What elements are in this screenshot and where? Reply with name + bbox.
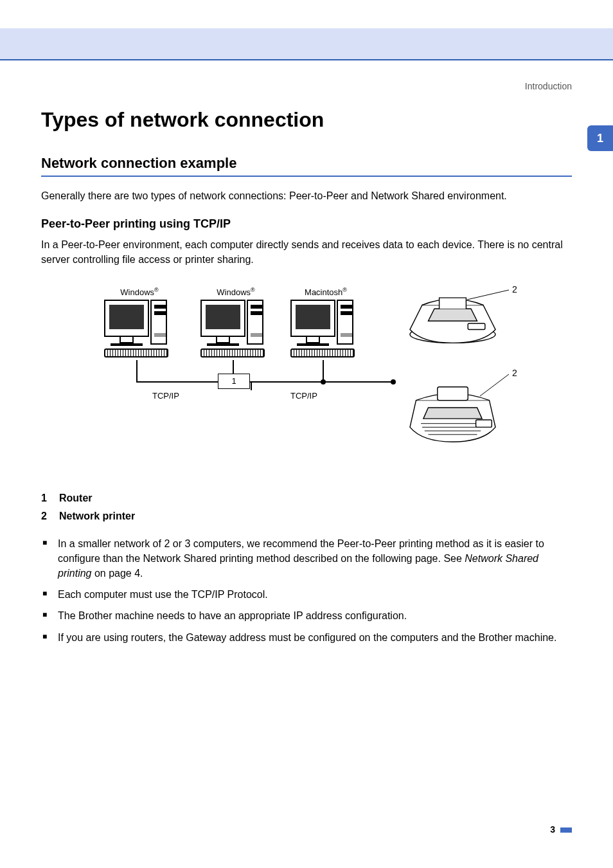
legend-num-2: 2	[41, 511, 50, 522]
bullet-1: In a smaller network of 2 or 3 computers…	[42, 536, 572, 581]
computer-3: Macintosh®	[290, 300, 361, 357]
svg-rect-2	[438, 386, 468, 400]
svg-rect-1	[468, 323, 485, 330]
section-label: Introduction	[525, 81, 572, 91]
printer-2	[403, 383, 502, 444]
printer-1-callout: 2	[512, 284, 517, 294]
reg-mark: ®	[154, 287, 159, 293]
computer-3-label: Macintosh	[305, 287, 342, 297]
printer-2-callout: 2	[512, 368, 517, 378]
legend-label-2: Network printer	[59, 511, 135, 522]
network-diagram: Windows® Windows® Macintosh®	[98, 280, 515, 473]
p2p-paragraph: In a Peer-to-Peer environment, each comp…	[41, 237, 572, 267]
bullet-3: The Brother machine needs to have an app…	[42, 608, 572, 623]
content-area: Types of network connection Network conn…	[41, 108, 572, 651]
bullet-4: If you are using routers, the Gateway ad…	[42, 630, 572, 645]
reg-mark: ®	[251, 287, 255, 293]
bullet-1-text-b: on page 4.	[91, 568, 143, 579]
intro-paragraph: Generally there are two types of network…	[41, 188, 572, 203]
bullet-list: In a smaller network of 2 or 3 computers…	[41, 536, 572, 645]
computer-1: Windows®	[104, 300, 175, 357]
computer-1-label: Windows	[120, 287, 154, 297]
computer-2: Windows®	[200, 300, 271, 357]
page-number: 3	[550, 824, 572, 835]
subsection-heading: Peer-to-Peer printing using TCP/IP	[41, 217, 572, 231]
diagram-legend: 1Router 2Network printer	[41, 493, 572, 522]
chapter-tab: 1	[587, 125, 613, 151]
legend-label-1: Router	[59, 493, 93, 504]
tcpip-label-left: TCP/IP	[152, 391, 179, 401]
legend-num-1: 1	[41, 493, 50, 504]
printer-1	[403, 287, 502, 348]
computer-2-label: Windows	[217, 287, 251, 297]
section-heading: Network connection example	[41, 155, 572, 177]
bullet-2: Each computer must use the TCP/IP Protoc…	[42, 587, 572, 602]
header-band	[0, 0, 613, 60]
reg-mark: ®	[342, 287, 347, 293]
tcpip-label-right: TCP/IP	[290, 391, 317, 401]
router-box: 1	[218, 374, 250, 389]
page-title: Types of network connection	[41, 108, 572, 132]
svg-rect-3	[476, 420, 492, 427]
